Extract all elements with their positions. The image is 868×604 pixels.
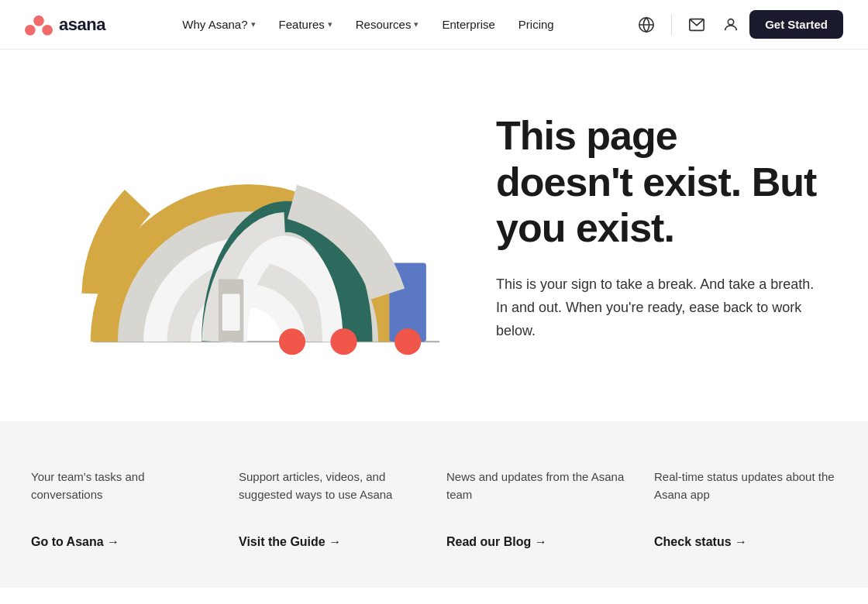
svg-point-0	[33, 15, 44, 26]
svg-rect-8	[222, 294, 240, 331]
svg-point-12	[394, 328, 421, 355]
logo-svg	[25, 14, 53, 36]
nav-enterprise[interactable]: Enterprise	[432, 13, 504, 36]
globe-button[interactable]	[631, 9, 662, 40]
globe-icon	[638, 16, 655, 33]
logo-text: asana	[59, 15, 105, 35]
nav-icons: Get Started	[631, 9, 843, 40]
nav-resources[interactable]: Resources ▾	[346, 13, 429, 36]
error-subtitle: This is your sign to take a break. And t…	[496, 273, 822, 342]
hero-section: This page doesn't exist. But you exist. …	[0, 50, 868, 421]
nav-features[interactable]: Features ▾	[270, 13, 342, 36]
svg-point-1	[25, 25, 36, 36]
nav-why-asana[interactable]: Why Asana? ▾	[173, 13, 264, 36]
user-button[interactable]	[715, 9, 746, 40]
footer-desc-2: News and updates from the Asana team	[446, 468, 629, 504]
footer-desc-0: Your team's tasks and conversations	[31, 468, 214, 504]
footer-link-3[interactable]: Check status →	[654, 535, 837, 549]
hero-illustration	[31, 81, 465, 375]
footer-link-2[interactable]: Read our Blog →	[446, 535, 629, 549]
footer-card-1: Support articles, videos, and suggested …	[239, 468, 422, 549]
chevron-down-icon: ▾	[414, 19, 418, 29]
footer-card-2: News and updates from the Asana team Rea…	[446, 468, 629, 549]
svg-point-5	[728, 19, 733, 24]
get-started-button[interactable]: Get Started	[749, 10, 843, 39]
footer-link-1[interactable]: Visit the Guide →	[239, 535, 422, 549]
nav-links: Why Asana? ▾ Features ▾ Resources ▾ Ente…	[173, 13, 563, 36]
hero-content: This page doesn't exist. But you exist. …	[465, 113, 822, 342]
footer-section: Your team's tasks and conversations Go t…	[0, 421, 868, 588]
svg-point-11	[330, 328, 356, 355]
footer-card-0: Your team's tasks and conversations Go t…	[31, 468, 214, 549]
nav-pricing[interactable]: Pricing	[509, 13, 563, 36]
footer-grid: Your team's tasks and conversations Go t…	[31, 468, 837, 549]
chevron-down-icon: ▾	[328, 19, 332, 29]
chevron-down-icon: ▾	[251, 19, 256, 29]
error-title: This page doesn't exist. But you exist.	[496, 113, 822, 252]
footer-desc-3: Real-time status updates about the Asana…	[654, 468, 837, 504]
logo[interactable]: asana	[25, 14, 105, 36]
mail-button[interactable]	[681, 9, 712, 40]
404-illustration	[31, 81, 465, 375]
svg-point-10	[279, 328, 305, 355]
footer-card-3: Real-time status updates about the Asana…	[654, 468, 837, 549]
user-icon	[722, 16, 739, 33]
main-nav: asana Why Asana? ▾ Features ▾ Resources …	[0, 0, 868, 50]
mail-icon	[688, 16, 705, 33]
svg-point-2	[42, 25, 53, 36]
nav-divider	[671, 14, 672, 36]
footer-desc-1: Support articles, videos, and suggested …	[239, 468, 422, 504]
footer-link-0[interactable]: Go to Asana →	[31, 535, 214, 549]
